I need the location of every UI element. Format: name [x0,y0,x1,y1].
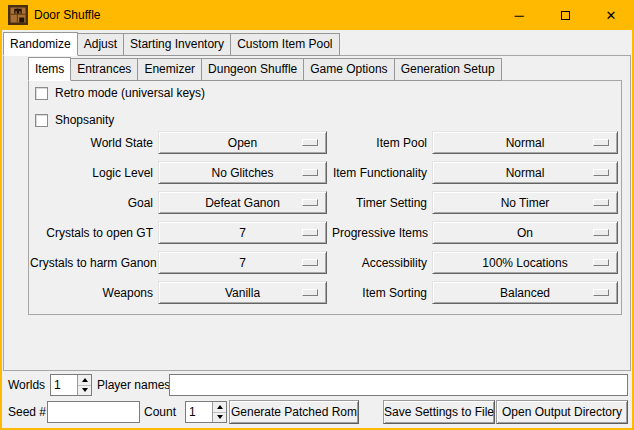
count-spinbox [185,401,227,423]
retro-mode-checkbox[interactable] [35,87,48,100]
dropdown-indicator-icon [593,199,609,206]
weapons-label: Weapons [30,286,153,300]
item-sorting-dropdown[interactable]: Balanced [432,281,618,304]
item-pool-dropdown[interactable]: Normal [432,131,618,154]
count-label: Count [144,401,176,423]
window-title: Door Shuffle [34,8,101,22]
dropdown-indicator-icon [593,259,609,266]
count-spin-up-icon[interactable] [213,402,226,412]
count-spin-down-icon[interactable] [213,412,226,423]
tab-custom-item-pool[interactable]: Custom Item Pool [230,33,339,56]
open-output-directory-button[interactable]: Open Output Directory [496,400,628,424]
tab-enemizer[interactable]: Enemizer [137,58,202,81]
accessibility-label: Accessibility [332,256,427,270]
maximize-icon[interactable] [542,0,588,30]
dropdown-indicator-icon [302,169,318,176]
logic-level-label: Logic Level [30,166,153,180]
dropdown-indicator-icon [593,169,609,176]
tab-generation-setup[interactable]: Generation Setup [394,58,502,81]
timer-setting-label: Timer Setting [332,196,427,210]
generate-patched-rom-button[interactable]: Generate Patched Rom [229,400,359,424]
world-state-label: World State [30,136,153,150]
logic-level-dropdown[interactable]: No Glitches [158,161,327,184]
sub-tab-bar: Items Entrances Enemizer Dungeon Shuffle… [28,57,501,81]
dropdown-indicator-icon [593,289,609,296]
item-functionality-dropdown[interactable]: Normal [432,161,618,184]
progressive-items-label: Progressive Items [332,226,427,240]
player-names-label: Player names [97,374,170,396]
goal-dropdown[interactable]: Defeat Ganon [158,191,327,214]
tab-starting-inventory[interactable]: Starting Inventory [123,33,231,56]
tab-game-options[interactable]: Game Options [303,58,394,81]
count-input[interactable] [186,402,212,422]
worlds-label: Worlds [8,374,45,396]
crystals-gt-label: Crystals to open GT [30,226,153,240]
player-names-input[interactable] [169,374,628,396]
item-pool-label: Item Pool [332,136,427,150]
title-bar: Door Shuffle ─ ✕ [0,0,634,30]
item-functionality-label: Item Functionality [332,166,427,180]
worlds-input[interactable] [51,375,77,395]
app-door-icon [8,5,28,25]
minimize-icon[interactable]: ─ [496,0,542,30]
shopsanity-checkbox[interactable] [35,114,48,127]
progressive-items-dropdown[interactable]: On [432,221,618,244]
tab-entrances[interactable]: Entrances [70,58,138,81]
dropdown-indicator-icon [302,259,318,266]
crystals-ganon-dropdown[interactable]: 7 [158,251,327,274]
retro-mode-row: Retro mode (universal keys) [35,86,205,100]
count-spin-buttons [212,402,226,422]
save-settings-button[interactable]: Save Settings to File [383,400,495,424]
options-grid: World State Open Item Pool Normal Logic … [30,131,618,304]
seed-input[interactable] [47,401,140,423]
dropdown-indicator-icon [593,139,609,146]
goal-label: Goal [30,196,153,210]
close-icon[interactable]: ✕ [588,0,634,30]
weapons-dropdown[interactable]: Vanilla [158,281,327,304]
maximize-box [561,11,570,20]
main-tab-bar: Randomize Adjust Starting Inventory Cust… [3,32,339,56]
item-sorting-label: Item Sorting [332,286,427,300]
app-window: Door Shuffle ─ ✕ Randomize Adjust Starti… [0,0,634,430]
crystals-gt-dropdown[interactable]: 7 [158,221,327,244]
shopsanity-label: Shopsanity [55,113,114,127]
tab-adjust[interactable]: Adjust [77,33,124,56]
dropdown-indicator-icon [302,229,318,236]
client-area: Randomize Adjust Starting Inventory Cust… [2,30,632,428]
seed-label: Seed # [8,401,46,423]
dropdown-indicator-icon [302,199,318,206]
tab-items[interactable]: Items [28,57,71,81]
worlds-spinbox [50,374,92,396]
dropdown-indicator-icon [593,229,609,236]
crystals-ganon-label: Crystals to harm Ganon [30,256,153,270]
accessibility-dropdown[interactable]: 100% Locations [432,251,618,274]
timer-setting-dropdown[interactable]: No Timer [432,191,618,214]
worlds-spin-down-icon[interactable] [78,385,91,396]
worlds-spin-buttons [77,375,91,395]
dropdown-indicator-icon [302,289,318,296]
worlds-spin-up-icon[interactable] [78,375,91,385]
shopsanity-row: Shopsanity [35,113,114,127]
world-state-dropdown[interactable]: Open [158,131,327,154]
tab-dungeon-shuffle[interactable]: Dungeon Shuffle [201,58,304,81]
tab-randomize[interactable]: Randomize [3,32,78,56]
dropdown-indicator-icon [302,139,318,146]
retro-mode-label: Retro mode (universal keys) [55,86,205,100]
